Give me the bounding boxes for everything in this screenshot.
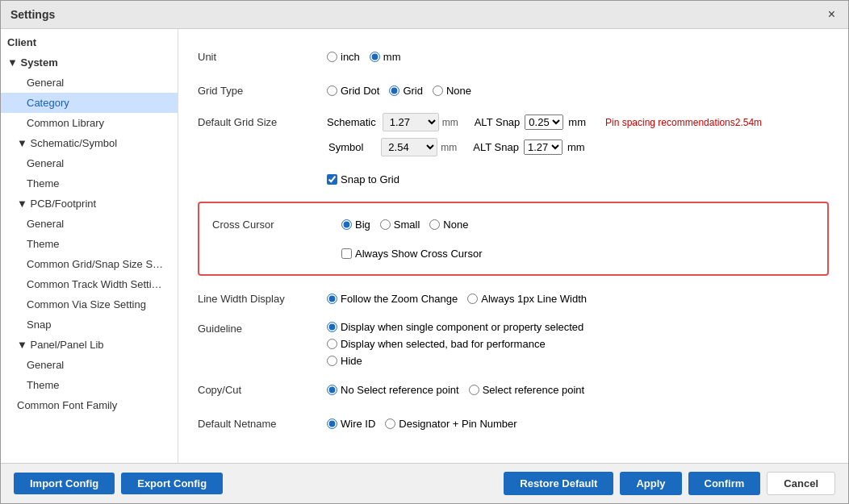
- symbol-value-select[interactable]: 2.54: [381, 138, 437, 156]
- sidebar-item-snap[interactable]: Snap: [1, 314, 178, 335]
- guideline-single-input[interactable]: [327, 322, 337, 332]
- sidebar-item-theme-panel[interactable]: Theme: [1, 375, 178, 395]
- copy-cut-no-select[interactable]: No Select reference point: [327, 384, 459, 396]
- export-config-button[interactable]: Export Config: [121, 473, 223, 494]
- default-netname-label: Default Netname: [198, 418, 327, 430]
- unit-mm-label: mm: [383, 51, 401, 63]
- cross-cursor-big-label: Big: [355, 219, 370, 231]
- line-width-1px-input[interactable]: [467, 294, 478, 304]
- snap-to-grid-checkbox-group[interactable]: Snap to Grid: [327, 173, 399, 185]
- sidebar: Client ▼ System General Category Common …: [1, 29, 178, 463]
- pin-spacing-note: Pin spacing recommendations2.54m: [605, 117, 762, 128]
- main-area: Client ▼ System General Category Common …: [1, 29, 848, 463]
- grid-type-dot[interactable]: Grid Dot: [327, 85, 379, 97]
- netname-designator-input[interactable]: [385, 419, 395, 429]
- symbol-row: Symbol 2.54 mm ALT Snap: [327, 138, 762, 156]
- sidebar-item-common-grid[interactable]: Common Grid/Snap Size S…: [1, 254, 178, 274]
- symbol-unit: mm: [441, 142, 457, 153]
- cross-cursor-big-input[interactable]: [341, 219, 352, 230]
- cross-cursor-row: Cross Cursor Big Small: [212, 213, 814, 235]
- cross-cursor-none-input[interactable]: [429, 219, 440, 230]
- grid-label: Grid: [403, 85, 423, 97]
- sidebar-item-common-track[interactable]: Common Track Width Setti…: [1, 274, 178, 294]
- guideline-label: Guideline: [198, 321, 327, 335]
- always-show-cross-cursor-checkbox[interactable]: [341, 248, 352, 259]
- grid-input[interactable]: [389, 85, 399, 96]
- line-width-zoom-input[interactable]: [327, 294, 337, 304]
- line-width-1px[interactable]: Always 1px Line Width: [467, 293, 587, 305]
- sidebar-item-theme-sch[interactable]: Theme: [1, 173, 178, 194]
- sidebar-item-theme-pcb[interactable]: Theme: [1, 234, 178, 254]
- guideline-display-selected[interactable]: Display when selected, bad for performan…: [327, 338, 583, 350]
- cancel-button[interactable]: Cancel: [767, 472, 835, 495]
- copy-cut-select[interactable]: Select reference point: [469, 384, 584, 396]
- line-width-zoom[interactable]: Follow the Zoom Change: [327, 293, 458, 305]
- guideline-hide-label: Hide: [341, 355, 362, 367]
- unit-radio-mm-input[interactable]: [370, 52, 380, 62]
- footer-right: Restore Default Apply Confirm Cancel: [504, 472, 835, 495]
- sidebar-item-common-font[interactable]: Common Font Family: [1, 395, 178, 415]
- sidebar-item-schematic-symbol[interactable]: ▼ Schematic/Symbol: [1, 133, 178, 153]
- netname-wire-id[interactable]: Wire ID: [327, 418, 375, 430]
- snap-to-grid-checkbox[interactable]: [327, 174, 337, 185]
- alt-snap-select2[interactable]: 1.27: [524, 140, 563, 155]
- guideline-selected-input[interactable]: [327, 339, 337, 349]
- sidebar-item-category[interactable]: Category: [1, 93, 178, 113]
- default-netname-controls: Wire ID Designator + Pin Number: [327, 418, 517, 430]
- schematic-label: Schematic: [327, 116, 376, 128]
- copy-cut-no-select-label: No Select reference point: [341, 384, 459, 396]
- copy-cut-row: Copy/Cut No Select reference point Selec…: [198, 378, 829, 401]
- sidebar-item-panel-lib[interactable]: ▼ Panel/Panel Lib: [1, 335, 178, 355]
- guideline-hide-input[interactable]: [327, 356, 337, 366]
- sidebar-item-general-pcb[interactable]: General: [1, 214, 178, 234]
- copy-cut-no-select-input[interactable]: [327, 385, 337, 395]
- sidebar-item-pcb-footprint[interactable]: ▼ PCB/Footprint: [1, 194, 178, 214]
- schematic-row: Schematic 1.27 mm ALT Snap: [327, 113, 762, 131]
- sidebar-item-general-panel[interactable]: General: [1, 355, 178, 375]
- sidebar-item-common-via[interactable]: Common Via Size Setting: [1, 294, 178, 314]
- grid-type-grid[interactable]: Grid: [389, 85, 423, 97]
- restore-default-button[interactable]: Restore Default: [504, 472, 613, 495]
- grid-none-input[interactable]: [433, 85, 443, 96]
- grid-type-row: Grid Type Grid Dot Grid None: [198, 79, 829, 102]
- cross-cursor-label: Cross Cursor: [212, 219, 341, 231]
- netname-designator-label: Designator + Pin Number: [399, 418, 517, 430]
- guideline-hide[interactable]: Hide: [327, 355, 583, 367]
- close-button[interactable]: ×: [825, 7, 839, 22]
- confirm-button[interactable]: Confirm: [688, 472, 761, 495]
- sidebar-item-common-library[interactable]: Common Library: [1, 113, 178, 133]
- unit-radio-inch[interactable]: inch: [327, 51, 360, 63]
- grid-type-label: Grid Type: [198, 85, 327, 97]
- grid-type-none[interactable]: None: [433, 85, 471, 97]
- copy-cut-select-input[interactable]: [469, 385, 479, 395]
- always-show-cross-cursor-group[interactable]: Always Show Cross Cursor: [341, 248, 483, 260]
- cross-cursor-none[interactable]: None: [429, 219, 468, 231]
- guideline-row: Guideline Display when single component …: [198, 321, 829, 367]
- import-config-button[interactable]: Import Config: [14, 473, 115, 494]
- alt-snap-select1[interactable]: 0.25: [525, 115, 563, 130]
- unit-radio-inch-input[interactable]: [327, 52, 337, 62]
- grid-dot-input[interactable]: [327, 85, 337, 96]
- copy-cut-select-label: Select reference point: [483, 384, 584, 396]
- sidebar-item-system[interactable]: ▼ System: [1, 52, 178, 73]
- cross-cursor-big[interactable]: Big: [341, 219, 370, 231]
- cross-cursor-small-input[interactable]: [380, 219, 391, 230]
- apply-button[interactable]: Apply: [620, 472, 681, 495]
- netname-designator[interactable]: Designator + Pin Number: [385, 418, 517, 430]
- guideline-display-single[interactable]: Display when single component or propert…: [327, 321, 583, 333]
- grid-size-container: Default Grid Size Schematic 1.27 mm: [198, 113, 829, 156]
- default-grid-size-row: Default Grid Size Schematic 1.27 mm: [198, 113, 829, 156]
- sidebar-item-client[interactable]: Client: [1, 32, 178, 52]
- always-show-cross-cursor-label: Always Show Cross Cursor: [355, 248, 483, 260]
- grid-size-inputs: Schematic 1.27 mm ALT Snap: [327, 113, 762, 156]
- line-width-zoom-label: Follow the Zoom Change: [341, 293, 458, 305]
- netname-wire-id-input[interactable]: [327, 419, 337, 429]
- cross-cursor-small[interactable]: Small: [380, 219, 420, 231]
- sidebar-item-general-sys[interactable]: General: [1, 73, 178, 93]
- unit-radio-mm[interactable]: mm: [370, 51, 401, 63]
- alt-snap-label2: ALT Snap: [473, 141, 519, 153]
- unit-label: Unit: [198, 51, 327, 63]
- schematic-value-select[interactable]: 1.27: [383, 113, 439, 131]
- sidebar-item-general-sch[interactable]: General: [1, 153, 178, 173]
- schematic-select-group: 1.27 mm: [383, 113, 458, 131]
